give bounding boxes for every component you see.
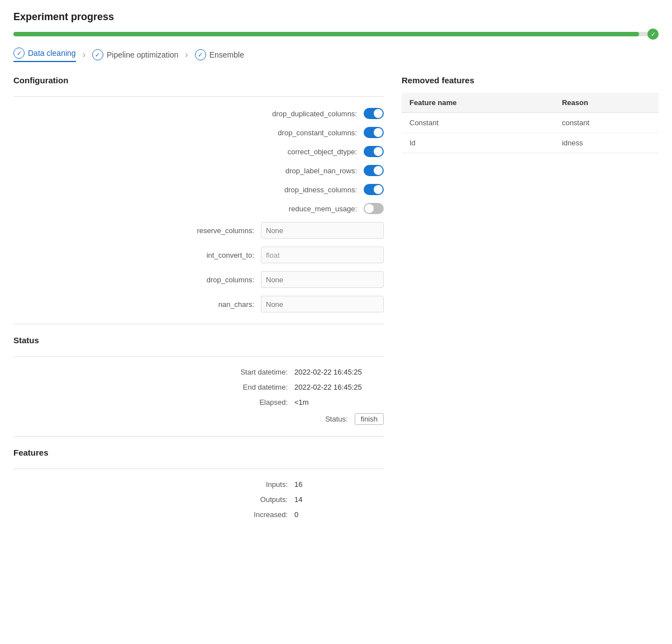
- main-layout: Configuration drop_duplicated_columns: d…: [13, 75, 659, 525]
- status-divider: [13, 324, 384, 324]
- config-row-drop-constant-columns: drop_constant_columns:: [13, 127, 384, 138]
- input-drop-columns[interactable]: [261, 271, 384, 288]
- removed-features-table: Feature name Reason Constant constant Id…: [402, 93, 659, 153]
- label-nan-chars: nan_chars:: [142, 300, 254, 309]
- label-drop-label-nan-rows: drop_label_nan_rows:: [245, 167, 357, 175]
- label-inputs: Inputs:: [176, 480, 288, 489]
- value-increased: 0: [294, 510, 384, 519]
- label-drop-constant-columns: drop_constant_columns:: [245, 129, 357, 137]
- status-section-title: Status: [13, 335, 384, 345]
- config-row-correct-object-dtype: correct_object_dtype:: [13, 146, 384, 157]
- input-reserve-columns[interactable]: [261, 222, 384, 239]
- config-row-int-convert-to: int_convert_to:: [13, 247, 384, 263]
- label-start-datetime: Start datetime:: [176, 368, 288, 376]
- label-outputs: Outputs:: [176, 495, 288, 504]
- step-check-data-cleaning: ✓: [13, 48, 25, 59]
- label-reserve-columns: reserve_columns:: [142, 226, 254, 235]
- config-divider: [13, 96, 384, 97]
- step-pipeline-optimization[interactable]: ✓ Pipeline optimization: [92, 49, 178, 60]
- table-header-row: Feature name Reason: [402, 93, 659, 113]
- value-elapsed: <1m: [294, 398, 384, 406]
- value-end-datetime: 2022-02-22 16:45:25: [294, 383, 384, 391]
- label-end-datetime: End datetime:: [176, 383, 288, 391]
- config-row-drop-duplicated-columns: drop_duplicated_columns:: [13, 108, 384, 119]
- table-row: Constant constant: [402, 113, 659, 133]
- status-badge: finish: [355, 413, 384, 425]
- toggle-drop-label-nan-rows[interactable]: [364, 165, 384, 176]
- status-row-elapsed: Elapsed: <1m: [13, 398, 384, 406]
- page-title: Experiment progress: [13, 11, 659, 23]
- configuration-section-title: Configuration: [13, 75, 384, 85]
- cell-feature-name-1: Id: [402, 133, 554, 153]
- step-arrow-2: ›: [185, 50, 188, 60]
- label-drop-columns: drop_columns:: [142, 276, 254, 284]
- col-header-reason: Reason: [554, 93, 659, 113]
- config-row-drop-columns: drop_columns:: [13, 271, 384, 288]
- label-elapsed: Elapsed:: [176, 398, 288, 406]
- col-header-feature-name: Feature name: [402, 93, 554, 113]
- step-label-pipeline-optimization: Pipeline optimization: [107, 50, 178, 59]
- step-arrow-1: ›: [83, 50, 85, 60]
- cell-reason-0: constant: [554, 113, 659, 133]
- label-increased: Increased:: [176, 510, 288, 519]
- steps-nav: ✓ Data cleaning › ✓ Pipeline optimizatio…: [13, 48, 659, 62]
- toggle-drop-duplicated-columns[interactable]: [364, 108, 384, 119]
- table-row: Id idness: [402, 133, 659, 153]
- progress-bar-fill: [13, 32, 639, 36]
- label-correct-object-dtype: correct_object_dtype:: [245, 148, 357, 156]
- input-nan-chars[interactable]: [261, 296, 384, 312]
- features-row-increased: Increased: 0: [13, 510, 384, 519]
- features-section-title: Features: [13, 448, 384, 457]
- features-divider: [13, 436, 384, 437]
- status-inner-divider: [13, 356, 384, 357]
- features-inner-divider: [13, 468, 384, 469]
- step-check-pipeline-optimization: ✓: [92, 49, 103, 60]
- right-panel: Removed features Feature name Reason Con…: [402, 75, 659, 525]
- config-row-drop-idness-columns: drop_idness_columns:: [13, 184, 384, 195]
- config-row-nan-chars: nan_chars:: [13, 296, 384, 312]
- features-row-outputs: Outputs: 14: [13, 495, 384, 504]
- label-status: Status:: [236, 415, 348, 423]
- config-row-reserve-columns: reserve_columns:: [13, 222, 384, 239]
- cell-reason-1: idness: [554, 133, 659, 153]
- removed-features-title: Removed features: [402, 75, 659, 85]
- step-label-ensemble: Ensemble: [209, 50, 244, 59]
- step-check-ensemble: ✓: [195, 49, 206, 60]
- toggle-correct-object-dtype[interactable]: [364, 146, 384, 157]
- value-outputs: 14: [294, 495, 384, 504]
- label-drop-duplicated-columns: drop_duplicated_columns:: [245, 110, 357, 118]
- status-row-status: Status: finish: [13, 413, 384, 425]
- value-inputs: 16: [294, 480, 384, 489]
- step-ensemble[interactable]: ✓ Ensemble: [195, 49, 244, 60]
- label-int-convert-to: int_convert_to:: [142, 251, 254, 259]
- progress-bar-dot: ✓: [647, 29, 659, 40]
- config-row-drop-label-nan-rows: drop_label_nan_rows:: [13, 165, 384, 176]
- value-start-datetime: 2022-02-22 16:45:25: [294, 368, 384, 376]
- toggle-drop-constant-columns[interactable]: [364, 127, 384, 138]
- toggle-drop-idness-columns[interactable]: [364, 184, 384, 195]
- progress-bar-container: ✓: [13, 32, 659, 36]
- input-int-convert-to[interactable]: [261, 247, 384, 263]
- toggle-reduce-mem-usage[interactable]: [364, 203, 384, 214]
- step-data-cleaning[interactable]: ✓ Data cleaning: [13, 48, 76, 62]
- left-panel: Configuration drop_duplicated_columns: d…: [13, 75, 384, 525]
- features-row-inputs: Inputs: 16: [13, 480, 384, 489]
- cell-feature-name-0: Constant: [402, 113, 554, 133]
- label-drop-idness-columns: drop_idness_columns:: [245, 186, 357, 194]
- label-reduce-mem-usage: reduce_mem_usage:: [245, 205, 357, 213]
- config-row-reduce-mem-usage: reduce_mem_usage:: [13, 203, 384, 214]
- step-label-data-cleaning: Data cleaning: [28, 49, 76, 58]
- status-row-end-datetime: End datetime: 2022-02-22 16:45:25: [13, 383, 384, 391]
- status-row-start-datetime: Start datetime: 2022-02-22 16:45:25: [13, 368, 384, 376]
